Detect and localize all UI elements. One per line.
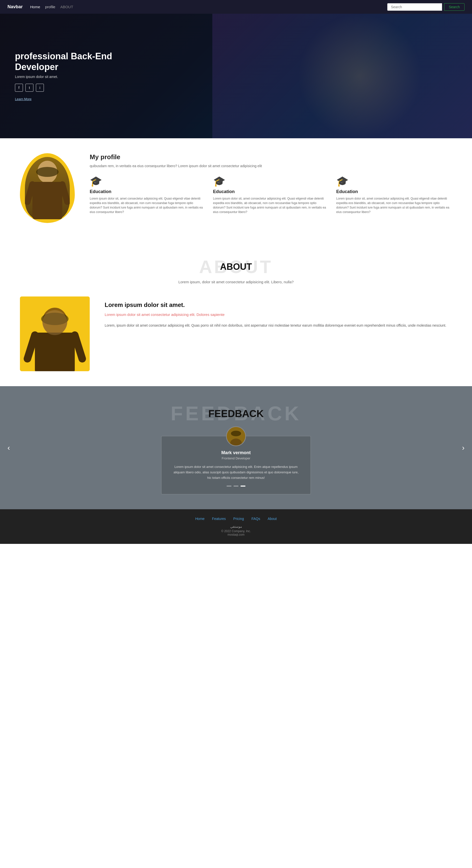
profile-title: My profile: [90, 153, 452, 161]
about-heading: ABOUT ABOUT: [199, 258, 273, 276]
education-item-3: 🎓 Education Lorem ipsum dolor sit, amet …: [336, 176, 452, 214]
feedback-carousel: Mark vermont Frontend Developer Lorem ip…: [161, 436, 311, 494]
svg-rect-8: [35, 333, 75, 371]
education-title-3: Education: [336, 189, 452, 194]
hero-person-graphic: [298, 14, 422, 138]
about-subtitle: Lorem ipsum, dolor sit amet consectetur …: [20, 280, 452, 284]
education-icon-2: 🎓: [213, 176, 329, 187]
about-content: Lorem ipsum dolor sit amet. Lorem ipsum …: [20, 297, 452, 371]
about-person-graphic: [20, 297, 90, 371]
education-title-2: Education: [213, 189, 329, 194]
about-image: [20, 297, 90, 371]
carousel-prev-button[interactable]: ‹: [5, 441, 12, 455]
profile-section: My profile quibusdam rem, in veritatis e…: [0, 138, 472, 238]
about-colored-text: Lorem ipsum dolor sit amet consectetur a…: [105, 312, 452, 318]
hero-subtitle: Lorem ipsum dolor sit amet.: [15, 75, 135, 79]
svg-line-3: [27, 184, 32, 202]
svg-rect-2: [32, 182, 62, 219]
footer-logo: موستقي: [10, 525, 462, 528]
education-icon-1: 🎓: [90, 176, 206, 187]
feedback-person-role: Frontend Developer: [172, 457, 300, 460]
about-body-text: Lorem, ipsum dolor sit amet consectetur …: [105, 322, 452, 329]
hero-learn-more-link[interactable]: Learn More: [15, 97, 31, 101]
profile-silhouette: [25, 157, 70, 219]
svg-point-11: [42, 310, 67, 335]
carousel-dot-1[interactable]: [227, 486, 232, 487]
profile-person-graphic: [25, 157, 70, 219]
footer: Home Features Pricing FAQs About موستقي …: [0, 509, 472, 544]
about-section: ABOUT ABOUT Lorem ipsum, dolor sit amet …: [0, 238, 472, 386]
footer-copyright: © 2022 Company, Inc.: [10, 529, 462, 533]
feedback-person-name: Mark vermont: [172, 450, 300, 456]
avatar-graphic: [227, 426, 245, 446]
profile-content: My profile quibusdam rem, in veritatis e…: [90, 153, 452, 214]
twitter-icon[interactable]: t: [25, 84, 33, 92]
education-item-1: 🎓 Education Lorem ipsum dolor sit, amet …: [90, 176, 206, 214]
footer-link-features[interactable]: Features: [212, 517, 226, 521]
about-main-title: Lorem ipsum dolor sit amet.: [105, 302, 452, 308]
navbar-search: Search: [387, 3, 465, 11]
education-title-1: Education: [90, 189, 206, 194]
feedback-heading-foreground: FEEDBACK: [208, 408, 264, 419]
navbar: Navbar Home profile ABOUT Search: [0, 0, 472, 14]
navbar-brand: Navbar: [7, 4, 23, 9]
search-input[interactable]: [387, 3, 442, 11]
hero-social-links: f t i: [15, 84, 135, 92]
hero-title: professional Back-End Developer: [15, 51, 135, 72]
nav-links: Home profile ABOUT: [30, 5, 387, 9]
about-heading-foreground: ABOUT: [220, 261, 252, 272]
carousel-dots: [172, 486, 300, 487]
footer-link-faqs[interactable]: FAQs: [252, 517, 260, 521]
svg-line-4: [62, 184, 67, 202]
footer-link-about[interactable]: About: [268, 517, 277, 521]
footer-link-home[interactable]: Home: [195, 517, 204, 521]
search-button[interactable]: Search: [444, 3, 465, 11]
education-grid: 🎓 Education Lorem ipsum dolor sit, amet …: [90, 176, 452, 214]
hero-section: professional Back-End Developer Lorem ip…: [0, 14, 472, 138]
education-text-3: Lorem ipsum dolor sit, amet consectetur …: [336, 196, 452, 214]
education-text-1: Lorem ipsum dolor sit, amet consectetur …: [90, 196, 206, 214]
svg-point-14: [231, 431, 241, 436]
feedback-avatar: [226, 426, 246, 446]
facebook-icon[interactable]: f: [15, 84, 23, 92]
education-icon-3: 🎓: [336, 176, 452, 187]
education-item-2: 🎓 Education Lorem ipsum dolor sit, amet …: [213, 176, 329, 214]
about-text-content: Lorem ipsum dolor sit amet. Lorem ipsum …: [105, 297, 452, 329]
carousel-dot-3[interactable]: [240, 486, 245, 487]
carousel-dot-2[interactable]: [234, 486, 238, 487]
profile-image: [20, 153, 75, 223]
nav-link-home[interactable]: Home: [30, 5, 40, 9]
nav-link-about[interactable]: ABOUT: [60, 5, 73, 9]
hero-content: professional Back-End Developer Lorem ip…: [0, 51, 150, 101]
feedback-testimonial-text: Lorem ipsum dolor sit amet consectetur a…: [172, 464, 300, 480]
feedback-section: FEEDBACK FEEDBACK ‹ Mark vermont Fronten…: [0, 386, 472, 509]
profile-description: quibusdam rem, in veritatis ea eius cons…: [90, 164, 264, 168]
carousel-next-button[interactable]: ›: [460, 441, 467, 455]
instagram-icon[interactable]: i: [36, 84, 44, 92]
footer-tagline: mostaqi.com: [10, 533, 462, 536]
nav-link-profile[interactable]: profile: [45, 5, 55, 9]
footer-links: Home Features Pricing FAQs About: [10, 517, 462, 521]
footer-link-pricing[interactable]: Pricing: [233, 517, 244, 521]
feedback-heading: FEEDBACK FEEDBACK: [10, 404, 462, 424]
svg-point-1: [36, 167, 59, 177]
education-text-2: Lorem ipsum dolor sit, amet consectetur …: [213, 196, 329, 214]
